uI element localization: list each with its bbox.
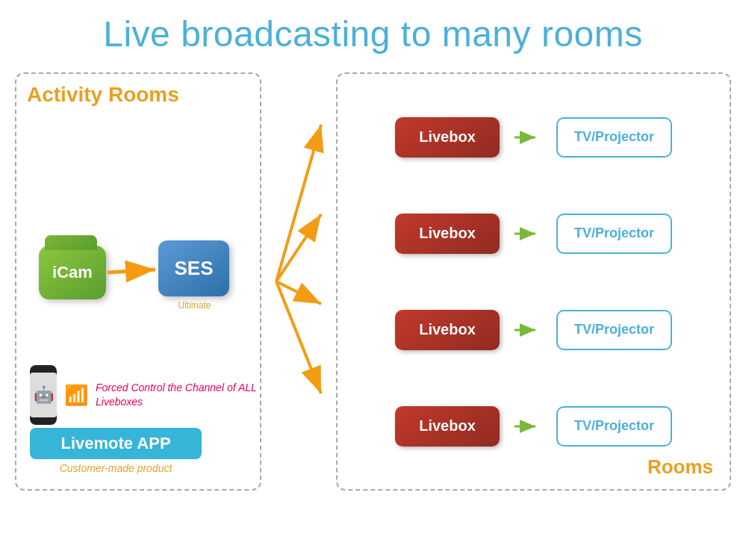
arrow-lb3-tv [515, 323, 541, 337]
page-title: Live broadcasting to many rooms [0, 0, 746, 65]
icam-box: iCam [39, 246, 106, 299]
tv-projector-3: TV/Projector [556, 310, 672, 350]
phone-icon: 🤖 [30, 365, 57, 425]
icam-label: iCam [52, 263, 93, 282]
ses-box: SES [158, 240, 229, 296]
arrow-ses-lb2 [276, 214, 321, 281]
arrow-lb4-tv [515, 419, 541, 434]
room-row-4: Livebox TV/Projector [360, 406, 707, 447]
arrow-lb2-tv [515, 226, 541, 241]
arrow-line-icam-ses [108, 270, 155, 273]
connecting-arrows-svg [269, 72, 329, 491]
left-panel: Activity Rooms iCam SES Ultimate [15, 72, 261, 491]
rooms-label: Rooms [647, 455, 713, 479]
room-row-2: Livebox TV/Projector [360, 214, 707, 254]
livemote-section: 🤖 📶 Forced Control the Channel of ALL Li… [30, 365, 260, 474]
ses-label: SES [174, 257, 213, 280]
livemote-btn[interactable]: Livemote APP [30, 428, 202, 459]
room-row-3: Livebox TV/Projector [360, 310, 707, 350]
activity-rooms-label: Activity Rooms [27, 83, 179, 107]
ses-ultimate-label: Ultimate [163, 300, 226, 311]
tv-projector-2: TV/Projector [556, 214, 672, 254]
wifi-icon: 📶 [64, 384, 88, 407]
phone-screen: 🤖 [30, 373, 57, 417]
arrow-ses-lb4 [276, 281, 321, 393]
livebox-btn-3: Livebox [395, 310, 500, 350]
arrow-ses-lb1 [276, 125, 321, 281]
connecting-arrows-area [269, 72, 329, 491]
forced-control-text: Forced Control the Channel of ALL Livebo… [96, 381, 260, 409]
tv-projector-1: TV/Projector [556, 117, 672, 158]
livebox-btn-1: Livebox [395, 117, 500, 158]
livebox-btn-4: Livebox [395, 406, 500, 447]
customer-made-label: Customer-made product [30, 462, 202, 474]
android-icon: 🤖 [34, 385, 54, 405]
room-row-1: Livebox TV/Projector [360, 117, 707, 158]
main-content: Activity Rooms iCam SES Ultimate [0, 65, 746, 558]
phone-row: 🤖 📶 Forced Control the Channel of ALL Li… [30, 365, 260, 425]
tv-projector-4: TV/Projector [556, 406, 672, 447]
right-panel: Livebox TV/Projector Livebox TV/Projecto… [336, 72, 731, 491]
livebox-btn-2: Livebox [395, 214, 500, 254]
arrow-lb1-tv [515, 130, 541, 145]
